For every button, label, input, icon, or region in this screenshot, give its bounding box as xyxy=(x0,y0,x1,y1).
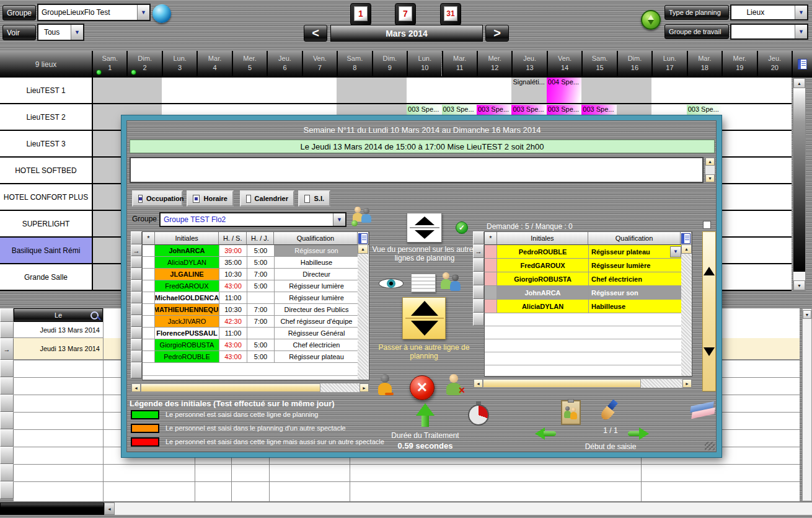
groupe-select[interactable]: GroupeLieuxFlo Test▼ xyxy=(37,4,151,21)
date-row[interactable]: Jeudi 13 Mars 2014 xyxy=(14,338,103,360)
hj-cell[interactable]: 5:00 xyxy=(247,280,275,292)
qualification-cell[interactable]: Chef électricien xyxy=(589,272,682,286)
bottom-hscrollbar[interactable]: ◄ xyxy=(0,502,812,515)
clipboard-people-icon[interactable] xyxy=(561,400,581,425)
qualification-cell[interactable]: Régisseur plateau▼ xyxy=(589,245,682,259)
hj-cell[interactable]: 7:00 xyxy=(247,304,275,316)
row-stepper[interactable] xyxy=(702,231,716,391)
type-planning-select[interactable]: Lieux▼ xyxy=(730,4,808,20)
notes-textarea[interactable] xyxy=(130,157,704,183)
row-selector[interactable] xyxy=(0,429,14,447)
initiales-cell[interactable]: PedroROUBLE xyxy=(155,351,219,363)
hj-cell[interactable] xyxy=(247,328,275,339)
hj-cell[interactable]: 5:00 xyxy=(247,351,275,363)
scroll-left-icon[interactable]: ◄ xyxy=(474,379,483,388)
remove-assignment-icon[interactable]: ✕ xyxy=(444,374,466,396)
table-row[interactable]: PedroROUBLERégisseur plateau▼ xyxy=(485,245,692,259)
prev-page-icon[interactable] xyxy=(535,425,557,442)
initiales-cell[interactable]: FredGAROUX xyxy=(497,259,589,272)
hs-cell[interactable]: 35:00 xyxy=(219,257,247,269)
qualification-cell[interactable]: Régisseur son xyxy=(275,245,359,257)
initiales-cell[interactable]: AliciaDYLAN xyxy=(497,300,589,313)
row-selector[interactable]: → xyxy=(473,244,484,258)
row-selector[interactable] xyxy=(131,362,142,378)
hj-cell[interactable]: 5:00 xyxy=(247,339,275,351)
assigned-hscrollbar[interactable]: ◄ ► xyxy=(473,378,692,388)
checkbox-icon[interactable] xyxy=(304,195,310,203)
tab-horaire[interactable]: Horaire xyxy=(187,190,234,207)
place-row-superlight[interactable]: SUPERLIGHT xyxy=(0,211,92,238)
initiales-cell[interactable]: JohnARCA xyxy=(155,245,219,257)
paintbrush-icon[interactable] xyxy=(597,400,622,426)
row-selector[interactable] xyxy=(131,315,142,327)
scroll-left-icon[interactable]: ◄ xyxy=(104,502,115,515)
hj-cell[interactable]: 5:00 xyxy=(247,245,275,257)
day-header-mar-11[interactable]: Mar.11 xyxy=(442,51,477,78)
hj-cell[interactable] xyxy=(247,292,275,304)
table-row[interactable]: PedroROUBLE43:005:00Régisseur plateau xyxy=(143,351,369,363)
place-row-lieutest-2[interactable]: LieuTEST 2 xyxy=(0,104,92,131)
place-row-hotel-confort-plus[interactable]: HOTEL CONFORT PLUS xyxy=(0,184,92,211)
row-selector[interactable] xyxy=(131,292,142,303)
tab-si[interactable]: S.I. xyxy=(298,190,330,207)
tab-occupation[interactable]: Occupation xyxy=(132,190,183,207)
scroll-thumb[interactable] xyxy=(141,383,320,392)
place-row-lieutest-3[interactable]: LieuTEST 3 xyxy=(0,131,92,158)
initiales-cell[interactable]: MATHIEUHENNEQUI xyxy=(155,304,219,316)
assigned-vscrollbar[interactable]: ▲ xyxy=(681,244,692,376)
step-up-icon[interactable] xyxy=(704,267,715,275)
prev-month-button[interactable]: < xyxy=(304,25,327,42)
qualification-cell[interactable]: Régisseur lumière xyxy=(275,292,359,304)
row-selector[interactable] xyxy=(0,447,14,464)
qualification-cell[interactable]: Chef régisseur d'équipe xyxy=(275,316,359,328)
resize-grip[interactable] xyxy=(705,442,715,450)
hs-cell[interactable]: 10:30 xyxy=(219,269,247,280)
right-panel-checkbox[interactable] xyxy=(703,221,711,229)
initiales-cell[interactable]: FlorencePUSSAUL xyxy=(155,328,219,339)
table-row[interactable]: JohnARCARégisseur son xyxy=(485,286,692,300)
people-group-icon[interactable] xyxy=(351,207,374,226)
search-icon[interactable] xyxy=(90,311,99,319)
table-row[interactable]: AliciaDYLANHabilleuse xyxy=(485,300,692,313)
initiales-cell[interactable]: JackJIVARO xyxy=(155,316,219,328)
chevron-down-icon[interactable]: ▼ xyxy=(333,213,345,226)
row-selector[interactable] xyxy=(473,313,484,326)
refresh-sync-icon[interactable] xyxy=(641,10,661,30)
view-personnel-button[interactable] xyxy=(407,213,442,243)
row-selector[interactable] xyxy=(473,272,484,285)
tab-calendrier[interactable]: Calendrier xyxy=(240,190,294,207)
hs-cell[interactable]: 39:00 xyxy=(219,245,247,257)
table-row[interactable]: JLGALINE10:307:00Directeur xyxy=(143,269,369,280)
qualification-cell[interactable]: Régisseur lumière xyxy=(275,280,359,292)
table-row[interactable]: FredGAROUX43:005:00Régisseur lumière xyxy=(143,280,369,292)
initiales-cell[interactable]: AliciaDYLAN xyxy=(155,257,219,269)
qualification-cell[interactable]: Régisseur plateau xyxy=(275,351,359,363)
checkbox-icon[interactable] xyxy=(193,195,200,203)
row-selector[interactable]: → xyxy=(0,338,14,360)
row-selector[interactable] xyxy=(0,360,14,377)
hs-cell[interactable]: 11:00 xyxy=(219,292,247,304)
scroll-down-icon[interactable]: ▼ xyxy=(803,310,811,319)
day-header-ven-7[interactable]: Ven.7 xyxy=(302,51,337,78)
initiales-cell[interactable]: GiorgioROBUSTA xyxy=(497,272,589,286)
table-options-icon[interactable] xyxy=(358,232,369,245)
day-header-sam-8[interactable]: Sam.8 xyxy=(337,51,371,78)
row-selector[interactable] xyxy=(0,464,14,481)
bottom-table-header[interactable]: Le xyxy=(14,308,103,322)
hs-cell[interactable]: 42:30 xyxy=(219,316,247,328)
day-header-mar-4[interactable]: Mar.4 xyxy=(196,51,231,78)
cancel-button[interactable]: ✕ xyxy=(410,375,435,400)
day-view-button-1[interactable]: 1 xyxy=(350,3,371,25)
day-header-dim-2[interactable]: Dim.2 xyxy=(126,51,161,78)
event-cell[interactable]: Signaléti... xyxy=(511,78,546,103)
remove-person-icon[interactable] xyxy=(376,374,395,396)
chevron-down-icon[interactable]: ▼ xyxy=(71,25,83,40)
place-row-basilique-saint-rémi[interactable]: Basilique Saint Rémi xyxy=(0,238,92,264)
hj-cell[interactable]: 5:00 xyxy=(247,257,275,269)
column-header[interactable]: Initiales xyxy=(497,232,588,245)
notes-scrollbar[interactable]: ▲ ▼ xyxy=(705,157,715,183)
day-header-jeu-13[interactable]: Jeu.13 xyxy=(511,51,546,78)
initiales-cell[interactable]: MichaelGOLDENCA xyxy=(155,292,219,304)
date-row[interactable]: Jeudi 13 Mars 2014 xyxy=(14,322,103,338)
groupe-travail-select[interactable]: ▼ xyxy=(730,24,808,40)
